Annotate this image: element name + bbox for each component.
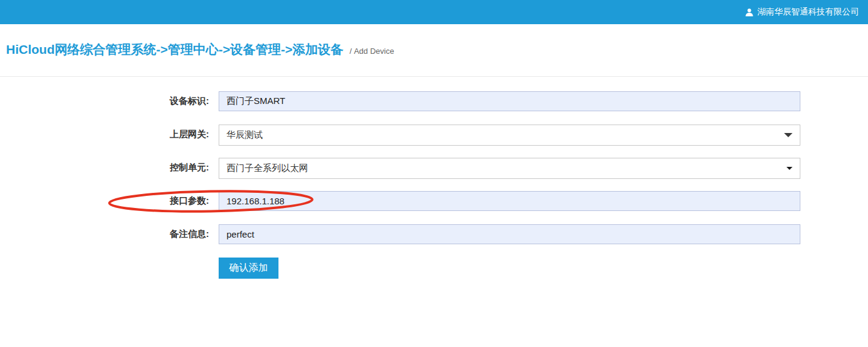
- device-id-input[interactable]: [219, 91, 800, 111]
- control-unit-row: 控制单元: 西门子全系列以太网: [0, 158, 868, 178]
- device-id-row: 设备标识:: [0, 91, 868, 111]
- breadcrumb: HiCloud网络综合管理系统->管理中心->设备管理->添加设备: [6, 42, 343, 56]
- user-icon: [745, 8, 754, 17]
- gateway-row: 上层网关: 华辰测试: [0, 125, 868, 144]
- chevron-down-icon: [784, 133, 792, 137]
- breadcrumb-sub: / Add Device: [350, 47, 394, 56]
- remark-label: 备注信息:: [0, 229, 219, 240]
- company-name: 湖南华辰智通科技有限公司: [757, 7, 859, 18]
- user-account-menu[interactable]: 湖南华辰智通科技有限公司: [745, 7, 859, 18]
- control-unit-select-value: 西门子全系列以太网: [227, 163, 308, 174]
- gateway-select-value: 华辰测试: [227, 129, 263, 141]
- remark-input[interactable]: [219, 224, 800, 244]
- device-id-label: 设备标识:: [0, 96, 219, 107]
- control-unit-label: 控制单元:: [0, 162, 219, 174]
- page-header: HiCloud网络综合管理系统->管理中心->设备管理->添加设备 / Add …: [0, 24, 868, 77]
- remark-row: 备注信息:: [0, 224, 868, 244]
- add-device-form: 设备标识: 上层网关: 华辰测试 控制单元: 西门子全系列以太网 接口参数:: [0, 77, 868, 279]
- gateway-label: 上层网关:: [0, 129, 219, 140]
- top-bar: 湖南华辰智通科技有限公司: [0, 0, 868, 24]
- chevron-down-icon: [786, 167, 792, 170]
- control-unit-select[interactable]: 西门子全系列以太网: [219, 158, 800, 179]
- interface-param-row: 接口参数:: [0, 191, 868, 211]
- interface-param-label: 接口参数:: [0, 195, 219, 207]
- gateway-select[interactable]: 华辰测试: [219, 125, 800, 146]
- confirm-add-button[interactable]: 确认添加: [219, 258, 278, 279]
- interface-param-input[interactable]: [219, 191, 800, 211]
